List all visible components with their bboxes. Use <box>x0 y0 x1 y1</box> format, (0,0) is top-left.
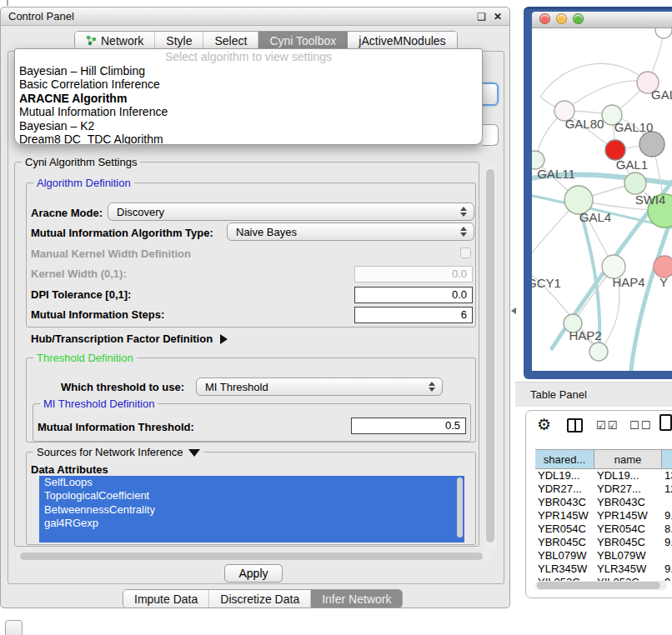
algorithm-option-dream8-dc-tdc-algorithm[interactable]: Dream8 DC_TDC Algorithm <box>15 132 482 145</box>
table-row[interactable]: YBR043CYBR043C <box>535 496 672 509</box>
node-label-gal: GAL <box>651 88 672 102</box>
dpi-tolerance-field[interactable]: 0.0 <box>354 287 473 303</box>
cyni-bottom-tabs: Impute DataDiscretize DataInfer Network <box>123 589 403 608</box>
table-cell: 9 <box>662 576 672 581</box>
algorithm-option-basic-correlation-inference[interactable]: Basic Correlation Inference <box>15 78 482 91</box>
expander-expanded-icon <box>188 449 200 457</box>
algorithm-option-aracne-algorithm[interactable]: ARACNE Algorithm <box>15 92 482 105</box>
export-table-icon[interactable] <box>659 414 672 431</box>
mi-algorithm-type-value: Naive Bayes <box>236 226 297 238</box>
table-header-row: shared...name <box>535 449 672 469</box>
tab-infer-network[interactable]: Infer Network <box>311 590 402 608</box>
close-button[interactable] <box>539 13 550 24</box>
tab-style[interactable]: Style <box>155 32 203 49</box>
table-panel-titlebar: Table Panel <box>515 382 672 407</box>
tab-impute-data[interactable]: Impute Data <box>123 590 209 608</box>
attribute-item-topologicalcoefficient[interactable]: TopologicalCoefficient <box>39 489 464 502</box>
table-row[interactable]: YPR145WYPR145W9. <box>535 509 672 522</box>
hub-definition-expander[interactable]: Hub/Transcription Factor Definition <box>31 332 228 345</box>
attribute-item-selfloops[interactable]: SelfLoops <box>39 476 464 489</box>
float-window-icon[interactable]: ❑ <box>477 11 486 22</box>
group-title-cyni-settings: Cyni Algorithm Settings <box>22 156 140 168</box>
vertical-scroll-thumb[interactable] <box>486 169 494 542</box>
table-cell: YLR345W <box>535 562 594 576</box>
network-node[interactable] <box>655 28 672 38</box>
split-handle-arrow[interactable] <box>511 308 516 314</box>
manual-kernel-width-label: Manual Kernel Width Definition <box>31 248 191 260</box>
manual-kernel-width-checkbox[interactable] <box>460 248 471 258</box>
table-cell: YBR043C <box>535 496 594 509</box>
settings-gear-icon[interactable]: ⚙ <box>537 415 551 434</box>
settings-vertical-scrollbar[interactable] <box>484 166 496 551</box>
aracne-mode-combo[interactable]: Discovery <box>108 202 474 221</box>
network-node[interactable] <box>589 342 608 361</box>
mi-algorithm-type-combo[interactable]: Naive Bayes <box>227 222 474 241</box>
table-row[interactable]: YER054CYER054C8. <box>535 522 672 536</box>
network-canvas[interactable]: GALGAL80GAL10GAL1GAL11SWI4GAL4GCY1HAP4YH… <box>532 28 672 371</box>
network-node-swi4[interactable] <box>624 172 646 194</box>
algorithm-select-popup: Select algorithm to view settings Bayesi… <box>14 48 483 145</box>
group-title-sources[interactable]: Sources for Network Inference <box>33 446 203 458</box>
tab-discretize-data[interactable]: Discretize Data <box>209 590 311 608</box>
column-header-name[interactable]: name <box>594 450 662 468</box>
apply-button[interactable]: Apply <box>224 564 283 582</box>
close-window-icon[interactable]: ✕ <box>494 11 502 22</box>
attribute-item-betweennesscentrality[interactable]: BetweennessCentrality <box>39 503 464 517</box>
mi-threshold-field[interactable]: 0.5 <box>351 418 466 434</box>
horizontal-scroll-thumb[interactable] <box>20 552 483 560</box>
which-threshold-combo[interactable]: MI Threshold <box>196 378 443 396</box>
table-horizontal-scrollbar[interactable] <box>535 581 667 590</box>
combo-arrows-icon <box>460 207 467 217</box>
table-row[interactable]: YLR345WYLR345W9. <box>535 562 672 576</box>
edge-fragment <box>7 0 8 6</box>
dpi-tolerance-label: DPI Tolerance [0,1]: <box>31 288 131 301</box>
algorithm-option-bayesian-k2[interactable]: Bayesian – K2 <box>15 119 482 132</box>
window-title: Control Panel <box>8 10 74 22</box>
table-row[interactable]: YBR045CYBR045C9. <box>535 536 672 549</box>
tab-jactivemnodules[interactable]: jActiveMNodules <box>348 32 456 49</box>
screen: Control Panel ❑ ✕ NetworkStyleSelectCyni… <box>0 0 672 635</box>
tab-network[interactable]: Network <box>75 32 155 49</box>
minimize-button[interactable] <box>556 13 567 24</box>
algorithm-option-mutual-information-inference[interactable]: Mutual Information Inference <box>15 105 482 118</box>
node-label-gal4: GAL4 <box>579 210 611 224</box>
zoom-button[interactable] <box>573 13 584 24</box>
select-all-rows-icon[interactable]: ☑☑ <box>596 419 619 432</box>
titlebar-controls: ❑ ✕ <box>477 11 502 22</box>
kernel-width-field[interactable]: 0.0 <box>354 266 473 282</box>
node-label-gal11: GAL11 <box>537 167 575 181</box>
background-combobox-fragment[interactable] <box>483 82 499 106</box>
algorithm-option-bayesian-hill-climbing[interactable]: Bayesian – Hill Climbing <box>15 64 482 78</box>
aracne-mode-value: Discovery <box>117 206 164 218</box>
data-attributes-list[interactable]: SelfLoopsTopologicalCoefficientBetweenne… <box>39 476 464 542</box>
table-row[interactable]: YDR27...YDR27...12 <box>535 482 672 496</box>
column-header-col3[interactable] <box>662 450 672 468</box>
tab-select[interactable]: Select <box>203 32 258 49</box>
column-view-icon[interactable] <box>567 418 583 432</box>
column-header-shared[interactable]: shared... <box>535 450 594 468</box>
table-cell: YER054C <box>535 522 594 536</box>
network-icon <box>86 35 97 46</box>
table-row[interactable]: YBL079WYBL079W <box>535 549 672 562</box>
network-node[interactable] <box>639 132 664 157</box>
table-cell: YLR345W <box>594 562 662 576</box>
table-cell: YDR27... <box>535 482 594 496</box>
table-cell: YER054C <box>594 522 662 536</box>
mini-window-icon[interactable] <box>5 620 23 635</box>
unselect-all-rows-icon[interactable]: ☐☐ <box>629 419 652 432</box>
tab-cyni-toolbox[interactable]: Cyni Toolbox <box>258 32 348 49</box>
table-cell: 13 <box>662 469 672 482</box>
network-window-titlebar[interactable] <box>532 12 672 28</box>
tab-label: Select <box>214 34 247 48</box>
tab-label: Style <box>166 34 192 48</box>
table-scroll-thumb[interactable] <box>537 582 660 589</box>
table-cell: 12 <box>662 482 672 496</box>
table-cell: YBR043C <box>594 496 662 509</box>
attributes-list-scrollbar[interactable] <box>457 478 463 538</box>
settings-horizontal-scrollbar[interactable] <box>18 552 493 561</box>
aracne-mode-label: Aracne Mode: <box>31 207 103 219</box>
table-row[interactable]: YDL19...YDL19...13 <box>535 469 672 482</box>
background-field-fragment[interactable] <box>483 124 499 146</box>
mi-steps-field[interactable]: 6 <box>354 307 473 323</box>
attribute-item-gal4rgexp[interactable]: gal4RGexp <box>39 517 464 530</box>
